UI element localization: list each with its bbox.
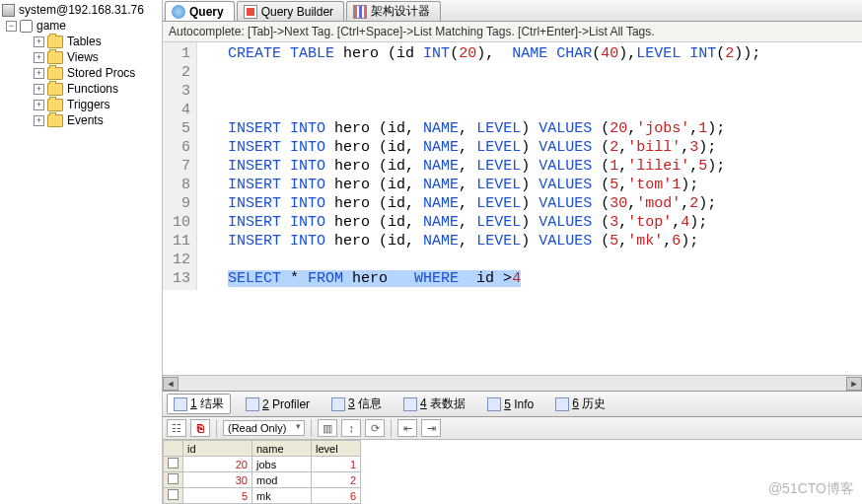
object-browser-tree[interactable]: system@192.168.31.76 − game +Tables+View… <box>0 0 163 504</box>
column-header-id[interactable]: id <box>183 441 252 457</box>
watermark: @51CTO博客 <box>768 480 854 498</box>
scroll-right-arrow[interactable]: ► <box>846 377 862 391</box>
tree-item-views[interactable]: +Views <box>0 49 162 65</box>
folder-icon <box>47 114 63 127</box>
code-area[interactable]: CREATE TABLE hero (id INT(20), NAME CHAR… <box>197 42 764 290</box>
checkbox-icon[interactable] <box>168 458 179 468</box>
tree-item-triggers[interactable]: +Triggers <box>0 97 162 112</box>
tab-query-builder[interactable]: Query Builder <box>237 1 344 21</box>
result-tab-profiler[interactable]: 2 Profiler <box>239 394 317 414</box>
tree-item-events[interactable]: +Events <box>0 112 162 128</box>
column-header-name[interactable]: name <box>252 441 312 457</box>
grid-corner <box>164 441 183 457</box>
server-icon <box>2 4 15 17</box>
result-tab-info2[interactable]: 5 Info <box>480 394 540 414</box>
result-tab-results[interactable]: 1 结果 <box>167 394 231 414</box>
cell-id[interactable]: 30 <box>183 472 252 488</box>
tree-item-label: Stored Procs <box>67 66 135 80</box>
tree-item-functions[interactable]: +Functions <box>0 81 162 97</box>
history-icon <box>555 397 569 411</box>
row-selector[interactable] <box>164 488 183 504</box>
expand-icon[interactable]: + <box>34 36 44 47</box>
tree-server-node[interactable]: system@192.168.31.76 <box>0 2 162 18</box>
scroll-left-arrow[interactable]: ◄ <box>163 377 179 391</box>
editor-tabbar: Query Query Builder 架构设计器 <box>163 0 862 22</box>
cell-level[interactable]: 2 <box>312 472 361 488</box>
line-gutter: 12345678910111213 <box>163 42 197 290</box>
tree-database-node[interactable]: − game <box>0 18 162 34</box>
query-builder-icon <box>244 5 257 19</box>
tree-item-label: Views <box>67 50 99 64</box>
tree-item-label: Triggers <box>67 98 110 111</box>
table-data-icon <box>403 397 417 411</box>
filter-button[interactable]: ▥ <box>318 419 337 437</box>
folder-icon <box>47 67 63 80</box>
info-icon <box>331 397 345 411</box>
expand-icon[interactable]: + <box>34 100 44 110</box>
server-label: system@192.168.31.76 <box>19 3 144 17</box>
cell-name[interactable]: jobs <box>252 457 312 472</box>
column-header-level[interactable]: level <box>312 441 361 457</box>
export-button[interactable]: ☷ <box>167 419 186 437</box>
checkbox-icon[interactable] <box>168 489 179 500</box>
checkbox-icon[interactable] <box>168 473 179 484</box>
tree-item-label: Events <box>67 113 104 127</box>
schema-designer-icon <box>353 5 367 19</box>
tree-item-stored-procs[interactable]: +Stored Procs <box>0 65 162 81</box>
results-grid[interactable]: idnamelevel20jobs130mod25mk6 <box>163 440 862 504</box>
table-row[interactable]: 5mk6 <box>164 488 361 504</box>
info2-icon <box>487 397 501 411</box>
readonly-dropdown[interactable]: (Read Only) <box>223 420 305 436</box>
copy-button[interactable]: ⎘ <box>190 419 210 437</box>
folder-icon <box>47 83 63 96</box>
result-tab-info[interactable]: 3 信息 <box>324 394 389 414</box>
grid-icon <box>174 397 187 411</box>
tab-qb-label: Query Builder <box>261 5 333 19</box>
table-row[interactable]: 20jobs1 <box>164 457 361 472</box>
separator <box>391 419 392 437</box>
expand-icon[interactable]: + <box>34 84 44 95</box>
cell-id[interactable]: 20 <box>183 457 252 472</box>
expand-icon[interactable]: + <box>34 115 44 126</box>
cell-level[interactable]: 1 <box>312 457 361 472</box>
table-row[interactable]: 30mod2 <box>164 472 361 488</box>
tree-item-label: Tables <box>67 35 102 48</box>
database-icon <box>20 20 33 33</box>
separator <box>311 419 312 437</box>
expand-icon[interactable]: + <box>34 52 44 63</box>
tree-item-label: Functions <box>67 82 118 96</box>
folder-icon <box>47 51 63 64</box>
cell-name[interactable]: mod <box>252 472 312 488</box>
sort-button[interactable]: ↕ <box>341 419 361 437</box>
row-selector[interactable] <box>164 472 183 488</box>
folder-icon <box>47 99 63 111</box>
results-tabbar: 1 结果 2 Profiler 3 信息 4 表数据 5 Info 6 历史 <box>163 391 862 417</box>
query-icon <box>172 5 185 19</box>
sql-editor[interactable]: 12345678910111213 CREATE TABLE hero (id … <box>163 42 862 375</box>
editor-h-scrollbar[interactable]: ◄ ► <box>163 375 862 391</box>
profiler-icon <box>246 397 259 411</box>
expand-icon[interactable]: + <box>34 68 44 79</box>
first-button[interactable]: ⇤ <box>397 419 417 437</box>
refresh-button[interactable]: ⟳ <box>365 419 385 437</box>
row-selector[interactable] <box>164 457 183 472</box>
cell-name[interactable]: mk <box>252 488 312 504</box>
result-tab-tabledata[interactable]: 4 表数据 <box>396 394 472 414</box>
tab-query[interactable]: Query <box>165 1 235 21</box>
tab-query-label: Query <box>189 5 224 19</box>
separator <box>216 419 217 437</box>
tab-sd-label: 架构设计器 <box>371 3 430 20</box>
autocomplete-hint: Autocomplete: [Tab]->Next Tag. [Ctrl+Spa… <box>163 22 862 42</box>
folder-icon <box>47 36 63 48</box>
last-button[interactable]: ⇥ <box>421 419 441 437</box>
results-toolbar: ☷ ⎘ (Read Only) ▥ ↕ ⟳ ⇤ ⇥ <box>163 417 862 440</box>
collapse-icon[interactable]: − <box>6 21 17 32</box>
cell-id[interactable]: 5 <box>183 488 252 504</box>
database-label: game <box>36 19 66 33</box>
result-tab-history[interactable]: 6 历史 <box>548 394 612 414</box>
tree-item-tables[interactable]: +Tables <box>0 34 162 49</box>
tab-schema-designer[interactable]: 架构设计器 <box>346 1 441 21</box>
cell-level[interactable]: 6 <box>312 488 361 504</box>
